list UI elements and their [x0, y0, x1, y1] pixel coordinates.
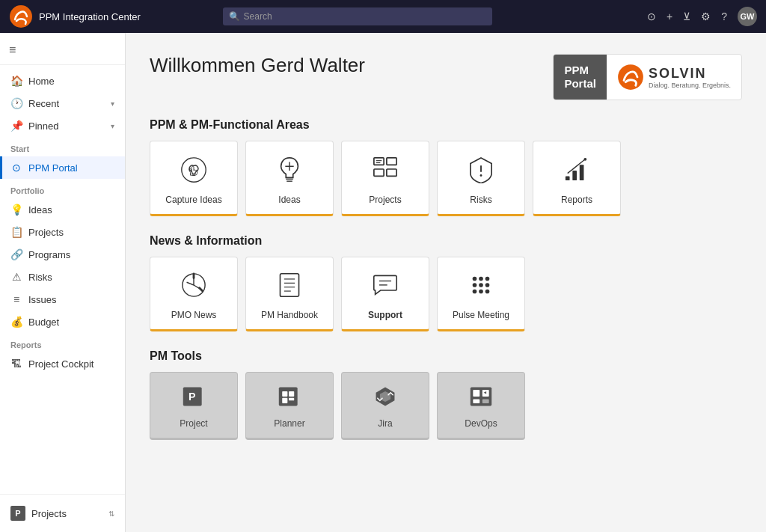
main-inner: Willkommen Gerd Walter PPMPortal SOLVIN … — [126, 33, 766, 455]
card-pm-handbook[interactable]: PM Handbook — [245, 257, 334, 331]
chevron-down-icon: ▾ — [111, 122, 114, 130]
filter-icon[interactable]: ⊻ — [683, 10, 690, 22]
svg-point-37 — [479, 290, 483, 294]
sidebar-bottom-label: Projects — [31, 508, 67, 519]
svg-rect-44 — [289, 391, 294, 397]
card-label: Projects — [369, 195, 401, 205]
projects-icon: 📋 — [10, 226, 22, 238]
ideas-card-icon — [278, 156, 301, 189]
svg-point-36 — [473, 290, 477, 294]
svg-rect-11 — [387, 169, 396, 176]
sidebar-item-label: Pinned — [28, 120, 58, 132]
card-label: Jira — [378, 418, 392, 429]
card-label: PM Handbook — [261, 310, 318, 320]
sidebar-item-programs[interactable]: 🔗 Programs — [0, 243, 125, 266]
svg-point-34 — [479, 283, 483, 287]
svg-rect-45 — [289, 398, 294, 401]
hero-header: Willkommen Gerd Walter PPMPortal SOLVIN … — [150, 54, 742, 100]
svg-rect-10 — [374, 169, 384, 176]
recent-icon: 🕐 — [10, 97, 22, 109]
sidebar-item-projects[interactable]: 📋 Projects — [0, 221, 125, 243]
card-label: Support — [368, 310, 402, 320]
card-label: Reports — [561, 195, 592, 205]
card-projects[interactable]: Projects — [341, 141, 429, 216]
card-ideas[interactable]: Ideas — [245, 141, 334, 216]
svg-point-15 — [480, 174, 482, 177]
svg-rect-8 — [374, 158, 384, 165]
svg-point-31 — [479, 277, 483, 281]
card-pmo-news[interactable]: PMO News — [150, 257, 238, 331]
sidebar-item-project-cockpit[interactable]: 🏗 Project Cockpit — [0, 352, 125, 375]
svg-rect-23 — [280, 274, 298, 296]
risks-icon: ⚠ — [10, 271, 22, 283]
sidebar-item-label: Home — [28, 76, 55, 87]
card-label: Capture Ideas — [165, 195, 221, 205]
search-input[interactable] — [223, 7, 492, 25]
solvin-hero-logo-icon — [617, 64, 644, 91]
pm-tools-section: PM Tools P Project — [150, 349, 742, 440]
chevron-down-icon: ▾ — [111, 100, 114, 108]
card-project[interactable]: P Project — [150, 372, 238, 440]
news-grid: PMO News PM Handbook — [150, 257, 742, 331]
svg-point-30 — [473, 277, 477, 281]
plus-icon[interactable]: + — [667, 10, 672, 22]
section-label-reports: Reports — [0, 333, 125, 352]
section-label-portfolio: Portfolio — [0, 179, 125, 198]
card-label: PMO News — [171, 310, 217, 320]
help-icon[interactable]: ? — [721, 10, 727, 22]
sidebar-item-ppm-portal[interactable]: ⊙ PPM Portal — [0, 156, 125, 179]
svg-point-32 — [485, 277, 490, 281]
sidebar-item-label: Project Cockpit — [28, 358, 94, 370]
card-label: Ideas — [278, 195, 300, 205]
card-jira[interactable]: Jira — [341, 372, 429, 440]
news-section: News & Information — [150, 234, 742, 331]
projects-card-icon — [373, 156, 398, 187]
svg-rect-16 — [566, 176, 570, 180]
sidebar-item-home[interactable]: 🏠 Home — [0, 70, 125, 92]
card-risks[interactable]: Risks — [437, 141, 525, 216]
ppm-portal-label: PPMPortal — [554, 55, 607, 100]
sidebar-item-recent[interactable]: 🕐 Recent ▾ — [0, 92, 125, 114]
sidebar-item-label: Projects — [28, 227, 64, 238]
sidebar-item-risks[interactable]: ⚠ Risks — [0, 266, 125, 288]
sidebar-item-ideas[interactable]: 💡 Ideas — [0, 198, 125, 221]
svg-point-33 — [473, 283, 477, 287]
app-layout: ≡ 🏠 Home 🕐 Recent ▾ 📌 Pinned ▾ Start ⊙ P… — [0, 33, 766, 532]
solvin-text-area: SOLVIN Dialog. Beratung. Ergebnis. — [649, 66, 731, 89]
sidebar-item-budget[interactable]: 💰 Budget — [0, 311, 125, 333]
sidebar-item-label: Programs — [28, 249, 70, 260]
card-devops[interactable]: DevOps — [437, 372, 525, 440]
sidebar-nav: 🏠 Home 🕐 Recent ▾ 📌 Pinned ▾ Start ⊙ PPM… — [0, 65, 125, 379]
user-avatar[interactable]: GW — [738, 7, 757, 26]
portal-icon: ⊙ — [10, 162, 22, 174]
sidebar-item-label: Ideas — [28, 204, 52, 215]
card-label: Pulse Meeting — [453, 310, 509, 320]
card-pulse-meeting[interactable]: Pulse Meeting — [437, 257, 525, 331]
card-label: Planner — [274, 418, 304, 429]
solvin-logo-icon — [9, 4, 33, 28]
card-planner[interactable]: Planner — [245, 372, 334, 440]
svg-rect-47 — [473, 390, 479, 397]
card-capture-ideas[interactable]: Capture Ideas — [150, 141, 238, 216]
sidebar-item-label: Issues — [28, 294, 57, 305]
sidebar-item-projects-bottom[interactable]: P Projects ⇅ — [0, 501, 125, 526]
tools-grid: P Project — [150, 372, 742, 440]
app-logo: PPM Integration Center — [9, 4, 141, 28]
capture-ideas-icon — [180, 156, 207, 189]
ideas-icon: 💡 — [10, 204, 22, 215]
hamburger-menu[interactable]: ≡ — [9, 40, 116, 60]
sidebar-item-issues[interactable]: ≡ Issues — [0, 288, 125, 311]
search-bar[interactable]: 🔍 — [223, 7, 492, 25]
sidebar-item-pinned[interactable]: 📌 Pinned ▾ — [0, 114, 125, 137]
sidebar-top: ≡ — [0, 33, 125, 65]
target-icon[interactable]: ⊙ — [647, 10, 656, 22]
card-label: Risks — [470, 195, 491, 205]
sidebar-item-label: PPM Portal — [28, 162, 78, 174]
card-reports[interactable]: Reports — [533, 141, 621, 216]
search-icon: 🔍 — [229, 11, 240, 22]
settings-icon[interactable]: ⚙ — [701, 10, 711, 22]
topbar: PPM Integration Center 🔍 ⊙ + ⊻ ⚙ ? GW — [0, 0, 766, 33]
card-support[interactable]: Support — [341, 257, 429, 331]
svg-point-35 — [485, 283, 490, 287]
jira-icon — [373, 385, 397, 414]
